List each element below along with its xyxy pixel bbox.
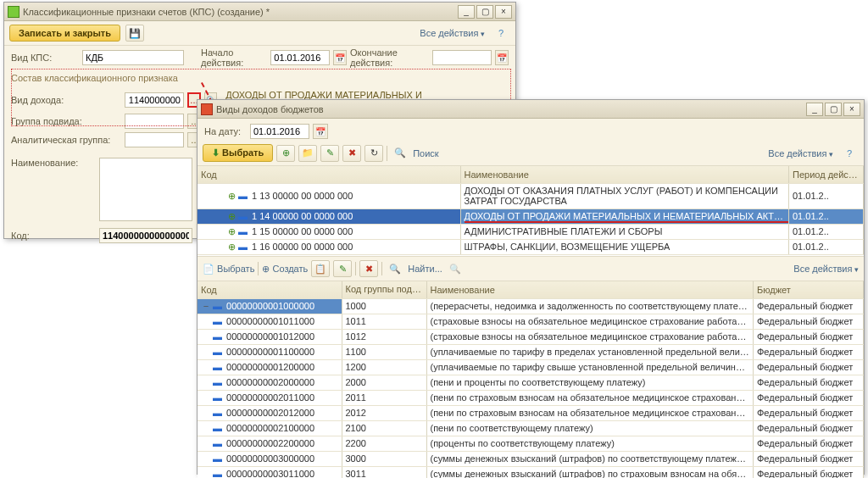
table-row[interactable]: ▬ 000000000010110001011(страховые взносы… [198,314,864,329]
end-date-picker[interactable]: 📅 [495,50,509,65]
code-value: 00000000002100000 [226,423,314,433]
table-row[interactable]: ▬ 000000000012000001200(уплачиваемые по … [198,359,864,375]
select-link[interactable]: 📄 Выбрать [203,264,254,275]
help-icon-2[interactable]: ? [840,145,859,162]
table-row[interactable]: ⊕▬ 1 15 00000 00 0000 000АДМИНИСТРАТИВНЫ… [198,224,864,239]
add-folder-icon[interactable]: 📁 [298,145,317,162]
item-icon: ▬ [211,331,224,342]
name-cell: ДОХОДЫ ОТ ПРОДАЖИ МАТЕРИАЛЬНЫХ И НЕМАТЕР… [460,208,789,224]
name-cell: (суммы денежных взысканий (штрафов) по с… [426,451,754,466]
search-icon[interactable]: 🔍 [391,145,409,162]
window-income-types: Виды доходов бюджетов _ ▢ × На дату: 📅 ⬇… [197,99,865,475]
col2-group[interactable]: Код группы под... ▴ [342,281,426,298]
table-row[interactable]: ▬ 000000000030110003011(суммы денежных в… [198,466,864,478]
period-cell: 01.01.2.. [789,208,864,224]
all-actions-2[interactable]: Все действия [768,148,833,158]
maximize-button[interactable]: ▢ [476,5,493,19]
table-row[interactable]: −▬ 000000000010000001000(перерасчеты, не… [198,298,864,314]
income-types-table[interactable]: Код Наименование Период действия ⊕▬ 1 13… [198,166,864,255]
table-row[interactable]: ⊕▬ 1 14 00000 00 0000 000ДОХОДЫ ОТ ПРОДА… [198,208,864,224]
collapse-icon[interactable]: − [201,301,211,311]
on-date-input[interactable] [250,124,309,139]
budget-cell: Федеральный бюджет [754,359,864,375]
delete-icon[interactable]: ✖ [342,145,361,162]
help-icon[interactable]: ? [492,25,510,42]
col2-code[interactable]: Код [198,281,342,298]
table-row[interactable]: ▬ 000000000021000002100(пени по соответс… [198,420,864,436]
minimize-button-2[interactable]: _ [806,103,823,116]
item-icon: ▬ [236,242,249,252]
budget-cell: Федеральный бюджет [754,375,864,390]
code-value: 00000000001100000 [226,347,314,357]
col2-budget[interactable]: Бюджет [754,281,864,298]
delete-icon-2[interactable]: ✖ [359,260,378,277]
close-button-2[interactable]: × [843,103,860,116]
col2-name[interactable]: Наименование [426,281,754,298]
period-cell: 01.01.2.. [789,183,864,208]
expand-icon[interactable]: ⊕ [226,226,236,237]
name-cell: (пени по страховым взносам на обязательн… [426,390,754,405]
refresh-icon[interactable]: ↻ [364,145,383,162]
table-row[interactable]: ⊕▬ 1 13 00000 00 0000 000ДОХОДЫ ОТ ОКАЗА… [198,183,864,208]
name-cell: (суммы денежных взысканий (штрафов) по с… [426,466,754,478]
expand-icon[interactable]: ⊕ [226,242,236,253]
vid-kps-input[interactable] [82,50,184,65]
table-row[interactable]: ▬ 000000000020000002000(пени и проценты … [198,375,864,390]
search-label[interactable]: Поиск [413,148,438,158]
group-cell: 1200 [342,359,426,375]
add-icon[interactable]: ⊕ [276,145,295,162]
item-icon: ▬ [211,408,224,418]
code-value: 00000000001011000 [226,316,314,326]
clear-find-icon[interactable]: 🔍 [446,260,465,277]
table-row[interactable]: ⊕▬ 1 16 00000 00 0000 000ШТРАФЫ, САНКЦИИ… [198,239,864,254]
close-button[interactable]: × [495,5,512,19]
name-cell: АДМИНИСТРАТИВНЫЕ ПЛАТЕЖИ И СБОРЫ [460,224,789,239]
end-date-input[interactable] [432,50,492,65]
code-value: 00000000002200000 [226,438,314,448]
on-date-picker[interactable]: 📅 [313,124,328,139]
group-cell: 2012 [342,405,426,420]
table-row[interactable]: ▬ 000000000010120001012(страховые взносы… [198,329,864,344]
edit-icon-2[interactable]: ✎ [333,260,352,277]
table-row[interactable]: ▬ 000000000020120002012(пени по страховы… [198,405,864,420]
group-cell: 2100 [342,420,426,436]
create-link[interactable]: ⊕ Создать [262,264,308,275]
analit-input[interactable] [125,132,184,147]
budget-cell: Федеральный бюджет [754,344,864,359]
expand-icon[interactable]: ⊕ [226,191,236,202]
select-button[interactable]: ⬇ Выбрать [203,144,273,162]
on-date-label: На дату: [204,126,247,136]
naim-textarea[interactable] [99,158,192,221]
code-value: 1 13 00000 00 0000 000 [252,191,353,201]
all-actions-3[interactable]: Все действия [793,264,859,274]
col-code[interactable]: Код [198,166,460,183]
name-cell: (уплачиваемые по тарифу в пределах устан… [426,344,754,359]
edit-icon[interactable]: ✎ [320,145,339,162]
start-date-picker[interactable]: 📅 [333,50,347,65]
col-name[interactable]: Наименование [460,166,789,183]
toolbar-3: 📄 Выбрать ⊕ Создать 📋 ✎ ✖ 🔍 Найти... 🔍 В… [198,256,864,281]
group-cell: 2000 [342,375,426,390]
budget-cell: Федеральный бюджет [754,298,864,314]
find-icon[interactable]: 🔍 [386,260,404,277]
subtype-table[interactable]: Код Код группы под... ▴ Наименование Бюд… [198,281,864,478]
start-date-input[interactable] [270,50,330,65]
copy-icon[interactable]: 📋 [311,260,330,277]
code-value: 00000000003000000 [226,453,314,464]
find-link[interactable]: Найти... [408,264,442,274]
name-cell: ШТРАФЫ, САНКЦИИ, ВОЗМЕЩЕНИЕ УЩЕРБА [460,239,789,254]
expand-icon[interactable]: ⊕ [226,211,236,222]
all-actions-link[interactable]: Все действия [420,28,485,38]
item-icon: ▬ [211,438,224,448]
col-period[interactable]: Период действия [789,166,864,183]
table-row[interactable]: ▬ 000000000030000003000(суммы денежных в… [198,451,864,466]
minimize-button[interactable]: _ [458,5,475,19]
table-row[interactable]: ▬ 000000000011000001100(уплачиваемые по … [198,344,864,359]
table-row[interactable]: ▬ 000000000022000002200(проценты по соот… [198,436,864,451]
budget-cell: Федеральный бюджет [754,314,864,329]
table-row[interactable]: ▬ 000000000020110002011(пени по страховы… [198,390,864,405]
maximize-button-2[interactable]: ▢ [825,103,842,116]
vid-kps-label: Вид КПС: [11,53,79,63]
save-icon-button[interactable]: 💾 [125,25,144,42]
save-close-button[interactable]: Записать и закрыть [9,25,120,42]
